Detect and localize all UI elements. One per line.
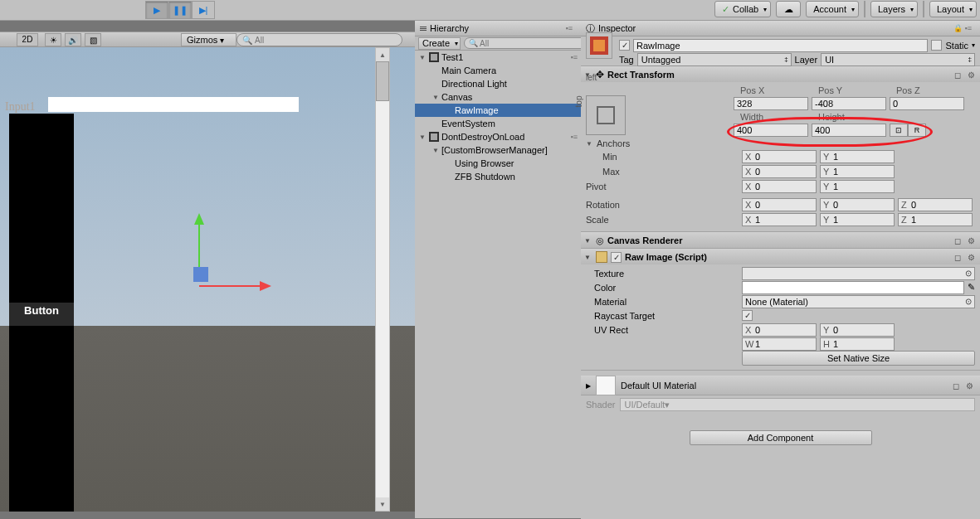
uv-x[interactable]: X0 bbox=[742, 323, 817, 337]
rot-y[interactable]: Y0 bbox=[820, 198, 895, 211]
account-dropdown[interactable]: Account▾ bbox=[806, 1, 859, 17]
hierarchy-item[interactable]: EventSystem bbox=[415, 117, 581, 130]
fold-icon[interactable]: ▼ bbox=[584, 254, 592, 261]
anchor-min-x[interactable]: X0 bbox=[742, 150, 817, 163]
set-native-size-button[interactable]: Set Native Size bbox=[742, 351, 975, 366]
gear-icon[interactable]: ⚙ bbox=[963, 380, 975, 391]
fold-icon[interactable]: ▶ bbox=[586, 382, 591, 390]
color-field[interactable] bbox=[742, 281, 964, 294]
anchor-max-y[interactable]: Y1 bbox=[820, 165, 895, 178]
audio-icon[interactable]: 🔊 bbox=[65, 33, 81, 46]
posy-field[interactable]: -408 bbox=[812, 97, 886, 110]
anchor-preset-button[interactable] bbox=[586, 95, 626, 135]
uv-h[interactable]: H1 bbox=[820, 337, 895, 351]
help-icon[interactable]: ◻ bbox=[952, 251, 963, 263]
play-button[interactable]: ▶ bbox=[145, 1, 168, 19]
hierarchy-item[interactable]: ▼Canvas bbox=[415, 90, 581, 104]
hierarchy-item[interactable]: ZFB Shutdown bbox=[415, 170, 581, 183]
light-icon[interactable]: ☀ bbox=[45, 33, 61, 46]
collab-dropdown[interactable]: ✓Collab▾ bbox=[714, 1, 771, 17]
object-picker-icon[interactable]: ⊙ bbox=[965, 269, 972, 278]
raw-edit-button[interactable]: R bbox=[908, 124, 926, 137]
name-input[interactable] bbox=[633, 39, 928, 52]
popup-icon[interactable]: ▪≡ bbox=[566, 24, 573, 32]
step-button[interactable]: ▶| bbox=[192, 1, 215, 19]
popup-icon[interactable]: ▪≡ bbox=[571, 53, 578, 61]
texture-field[interactable]: ⊙ bbox=[742, 267, 975, 280]
scene-view[interactable]: Input1 Button bbox=[0, 47, 415, 512]
add-component-button[interactable]: Add Component bbox=[690, 430, 872, 445]
pause-button[interactable]: ❚❚ bbox=[168, 1, 192, 19]
active-checkbox[interactable] bbox=[619, 40, 630, 51]
anchors-foldout[interactable]: ▼Anchors bbox=[586, 137, 975, 150]
raycast-checkbox[interactable] bbox=[742, 310, 753, 321]
object-picker-icon[interactable]: ⊙ bbox=[965, 297, 972, 306]
uv-y[interactable]: Y0 bbox=[820, 323, 895, 337]
material-header[interactable]: ▶ Default UI Material ◻⚙ bbox=[581, 376, 980, 395]
gizmo-center[interactable] bbox=[193, 267, 208, 282]
hierarchy-item[interactable]: RawImage bbox=[415, 104, 581, 117]
posx-field[interactable]: 328 bbox=[734, 97, 808, 110]
cloud-button[interactable]: ☁ bbox=[776, 1, 801, 17]
width-field[interactable]: 400 bbox=[734, 124, 808, 137]
material-field[interactable]: None (Material)⊙ bbox=[742, 295, 975, 308]
popup-icon[interactable]: ▪≡ bbox=[571, 133, 578, 141]
uv-w[interactable]: W1 bbox=[742, 337, 817, 351]
hierarchy-item[interactable]: ▼[CustomBrowserManager] bbox=[415, 143, 581, 157]
rot-z[interactable]: Z0 bbox=[898, 198, 973, 211]
rect-transform-header[interactable]: ▼ ✥ Rect Transform ◻ ⚙ bbox=[581, 67, 980, 82]
hierarchy-search[interactable]: 🔍 bbox=[464, 37, 590, 49]
fx-icon[interactable]: ▧ bbox=[85, 33, 101, 46]
scroll-track[interactable] bbox=[376, 101, 389, 497]
scl-x[interactable]: X1 bbox=[742, 213, 817, 226]
hierarchy-item[interactable]: ▼DontDestroyOnLoad▪≡ bbox=[415, 130, 581, 143]
layout-dropdown[interactable]: Layout▾ bbox=[929, 1, 977, 17]
scroll-up-icon[interactable]: ▲ bbox=[376, 48, 389, 61]
scene-scrollbar[interactable]: ▲ ▼ bbox=[375, 47, 390, 512]
rot-x[interactable]: X0 bbox=[742, 198, 817, 211]
static-checkbox[interactable] bbox=[931, 40, 942, 51]
eyedropper-icon[interactable]: ✎ bbox=[968, 282, 975, 293]
anchor-max-x[interactable]: X0 bbox=[742, 165, 817, 178]
hierarchy-item[interactable]: Using Browser bbox=[415, 157, 581, 170]
2d-toggle[interactable]: 2D bbox=[17, 33, 38, 46]
scene-input-rect[interactable] bbox=[48, 97, 299, 112]
scroll-down-icon[interactable]: ▼ bbox=[376, 497, 389, 511]
raw-image-header[interactable]: ▼ Raw Image (Script) ◻⚙ bbox=[581, 250, 980, 264]
gear-icon[interactable]: ⚙ bbox=[965, 235, 977, 246]
scroll-thumb[interactable] bbox=[376, 61, 389, 101]
pivot-x[interactable]: X0 bbox=[742, 180, 817, 193]
hierarchy-item[interactable]: Directional Light bbox=[415, 77, 581, 90]
hierarchy-tab[interactable]: Hierarchy ▪≡ bbox=[415, 21, 581, 36]
height-field[interactable]: 400 bbox=[812, 124, 886, 137]
shader-dropdown[interactable]: UI/Default▾ bbox=[620, 398, 975, 411]
gameobject-icon[interactable] bbox=[586, 32, 612, 59]
help-icon[interactable]: ◻ bbox=[952, 69, 963, 80]
posz-field[interactable]: 0 bbox=[890, 97, 964, 110]
scl-z[interactable]: Z1 bbox=[898, 213, 973, 226]
blueprint-mode-button[interactable]: ⊡ bbox=[890, 124, 908, 137]
gear-icon[interactable]: ⚙ bbox=[965, 69, 977, 80]
layer-dropdown[interactable]: UI‡ bbox=[821, 53, 975, 66]
scene-search[interactable]: 🔍 bbox=[236, 33, 402, 46]
lock-icon[interactable]: 🔒 ▪≡ bbox=[953, 24, 972, 32]
help-icon[interactable]: ◻ bbox=[952, 235, 963, 246]
canvas-renderer-header[interactable]: ▼ ◎ Canvas Renderer ◻⚙ bbox=[581, 233, 980, 248]
inspector-tab[interactable]: ⓘ Inspector 🔒 ▪≡ bbox=[581, 21, 980, 36]
fold-icon[interactable]: ▼ bbox=[418, 133, 427, 141]
fold-icon[interactable]: ▼ bbox=[584, 237, 592, 245]
create-dropdown[interactable]: Create▾ bbox=[418, 37, 461, 50]
tag-dropdown[interactable]: Untagged‡ bbox=[637, 53, 792, 66]
fold-icon[interactable]: ▼ bbox=[418, 54, 427, 61]
hierarchy-item[interactable]: Main Camera bbox=[415, 64, 581, 77]
help-icon[interactable]: ◻ bbox=[950, 380, 962, 391]
layers-dropdown[interactable]: Layers▾ bbox=[870, 1, 918, 17]
gizmos-dropdown[interactable]: Gizmos ▾ bbox=[181, 33, 236, 46]
fold-icon[interactable]: ▼ bbox=[431, 147, 440, 154]
fold-icon[interactable]: ▼ bbox=[431, 94, 440, 101]
hierarchy-item[interactable]: ▼Test1▪≡ bbox=[415, 51, 581, 64]
hierarchy-search-input[interactable] bbox=[480, 39, 585, 48]
pivot-y[interactable]: Y1 bbox=[820, 180, 895, 193]
scl-y[interactable]: Y1 bbox=[820, 213, 895, 226]
chevron-down-icon[interactable]: ▾ bbox=[972, 41, 975, 49]
